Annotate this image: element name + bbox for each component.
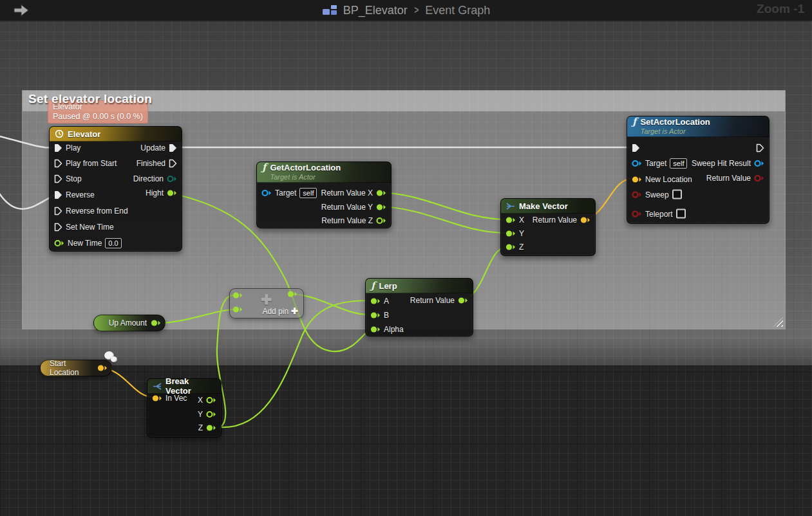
exec-pin-out[interactable] [756,143,764,152]
pin-label: Sweep Hit Result [692,159,751,168]
vector-pin-return[interactable] [580,216,590,224]
breadcrumb-graph[interactable]: Event Graph [425,4,490,17]
pin-label: B [384,311,389,320]
new-time-value-field[interactable]: 0.0 [105,238,121,248]
float-pin-b[interactable] [370,311,381,319]
node-subtitle: Target is Actor [270,172,341,181]
float-pin-add-in-1[interactable] [232,290,243,302]
pin-label: Target [275,189,296,198]
float-pin-z[interactable] [206,424,216,432]
pin-label: X [198,396,203,405]
bool-pin-return-value[interactable] [754,174,764,182]
node-get-start-location[interactable]: Start Location [40,360,112,376]
exec-pin-reverse[interactable] [54,190,62,199]
vector-pin-start-location[interactable] [97,364,108,372]
node-set-actor-location[interactable]: ƒ SetActorLocation Target is Actor Targe… [627,116,770,224]
float-pin-return[interactable] [458,297,468,304]
struct-pin-sweep-hit-result[interactable] [754,160,764,167]
target-self-field[interactable]: self [670,158,687,169]
pin-label: Reverse from End [66,207,128,216]
exec-pin-reverse-from-end[interactable] [54,207,62,216]
pin-label: Y [198,410,203,419]
add-pin-label: Add pin [262,307,288,316]
float-pin-up-amount[interactable] [151,319,161,327]
node-get-up-amount[interactable]: Up Amount [93,315,165,331]
exec-pin-in[interactable] [632,143,640,152]
exec-pin-update[interactable] [169,143,177,152]
pin-label: Set New Time [66,223,114,232]
zoom-level-indicator: Zoom -1 [757,2,804,16]
pin-label: Finished [137,159,165,168]
break-struct-icon [153,382,162,391]
float-pin-add-in-2[interactable] [232,304,243,316]
float-pin-return-z[interactable] [376,217,386,225]
teleport-checkbox[interactable] [676,209,686,219]
variable-label: Start Location [50,359,93,377]
object-pin-target[interactable] [261,189,272,197]
comment-resize-handle[interactable] [773,317,783,327]
node-title: Elevator [68,129,100,139]
node-break-vector[interactable]: Break Vector In Vec X Y Z [147,378,222,438]
node-make-vector[interactable]: Make Vector X Y Z Return Value [500,198,596,256]
function-icon: ƒ [371,281,375,290]
function-icon: ƒ [632,117,636,126]
node-elevator-header[interactable]: Elevator [50,127,182,142]
float-pin-y[interactable] [206,410,216,418]
node-header[interactable]: ƒ Lerp [366,279,473,293]
node-get-actor-location[interactable]: ƒ GetActorLocation Target is Actor Targe… [256,161,392,228]
vector-pin-in-vec[interactable] [152,394,162,402]
node-header[interactable]: ƒ SetActorLocation Target is Actor [627,116,769,137]
blueprint-icon [322,5,337,16]
node-title: Make Vector [519,201,568,211]
breadcrumb-asset[interactable]: BP_Elevator [343,4,408,17]
float-pin-x[interactable] [505,216,516,224]
target-self-field[interactable]: self [299,188,317,198]
float-pin-z[interactable] [505,243,516,251]
node-title: SetActorLocation [640,118,710,127]
pin-label: Stop [66,174,82,183]
pin-label: Direction [133,174,164,183]
pin-label: Hight [146,189,164,198]
graph-canvas-lower[interactable] [0,365,812,516]
node-elevator-timeline[interactable]: Elevator Play Play from Start Stop Rever… [49,126,182,252]
bool-pin-teleport[interactable] [632,210,642,217]
float-pin-return-y[interactable] [376,203,386,211]
exec-pin-play[interactable] [54,143,62,152]
exec-pin-stop[interactable] [54,174,62,183]
float-pin-x[interactable] [206,396,216,404]
pin-label: New Location [645,175,692,184]
node-header[interactable]: Break Vector [147,379,221,394]
vector-pin-new-location[interactable] [632,176,642,183]
float-pin-alpha[interactable] [370,326,381,333]
pin-label: Z [198,423,203,432]
sweep-checkbox[interactable] [672,190,682,199]
float-pin-y[interactable] [505,230,516,237]
float-pin-a[interactable] [370,297,381,305]
pin-label: A [384,297,389,306]
node-add[interactable]: ✚ Add pin ✚ [229,288,304,318]
float-pin-new-time[interactable] [54,239,64,247]
exec-pin-play-from-start[interactable] [54,159,62,168]
node-header[interactable]: ƒ GetActorLocation Target is Actor [257,162,391,183]
enum-pin-direction[interactable] [167,175,177,183]
pin-label: Play [66,143,80,152]
float-pin-hight[interactable] [167,189,177,197]
variable-label: Up Amount [109,318,147,327]
comment-title[interactable]: Set elevator location [28,92,152,106]
bool-pin-sweep[interactable] [632,190,642,198]
pin-label: Update [140,143,165,152]
pin-label: In Vec [165,394,187,403]
object-pin-target[interactable] [632,160,642,167]
pin-label: Play from Start [66,159,117,168]
node-subtitle: Target is Actor [640,127,710,136]
node-lerp[interactable]: ƒ Lerp A B Alpha Return Value [365,278,473,336]
pin-label: Z [519,243,524,252]
float-pin-add-out[interactable] [287,289,297,300]
exec-pin-set-new-time[interactable] [54,223,62,232]
exec-pin-finished[interactable] [169,159,177,168]
promote-arrow-icon[interactable] [13,3,30,21]
float-pin-return-x[interactable] [376,189,386,197]
pin-label: Alpha [384,325,404,334]
add-pin-plus-icon[interactable]: ✚ [291,306,298,316]
node-header[interactable]: Make Vector [501,199,595,214]
